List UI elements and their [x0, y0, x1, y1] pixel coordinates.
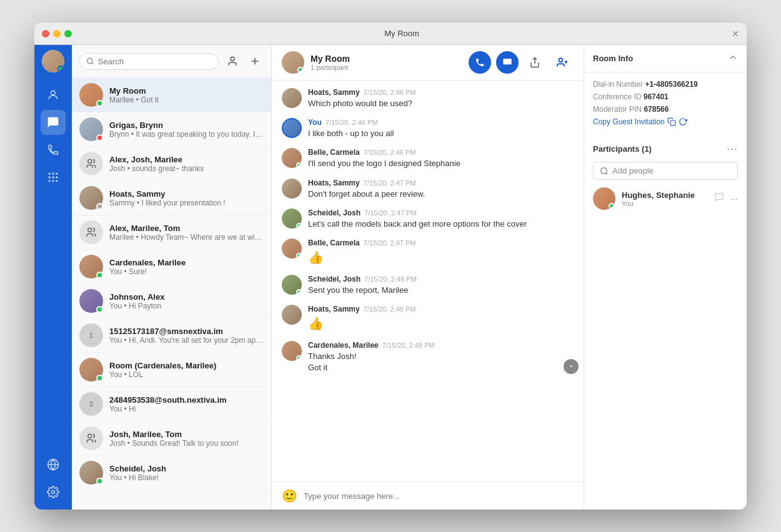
participants-title: Participants (1)	[593, 144, 652, 154]
list-item[interactable]: Scheidel, Josh You • Hi Blake!	[72, 456, 271, 490]
window-close-icon[interactable]: ✕	[732, 29, 739, 39]
list-item[interactable]: Cardenales, Marilee You • Sure!	[72, 250, 271, 284]
contact-name: Room (Cardenales, Marilee)	[109, 361, 264, 370]
user-status-dot	[57, 66, 64, 72]
list-item[interactable]: Grigas, Brynn Brynn • It was great speak…	[72, 112, 271, 147]
list-item[interactable]: Alex, Josh, Marilee Josh • sounds great~…	[72, 147, 271, 181]
message-text: I like both - up to you all	[308, 128, 574, 139]
avatar	[79, 152, 103, 175]
message-text: 👍	[308, 249, 574, 266]
contact-info: Grigas, Brynn Brynn • It was great speak…	[109, 121, 264, 139]
message-row: You 7/15/20, 2:46 PM I like both - up to…	[282, 118, 574, 139]
message-content: Hoats, Sammy 7/15/20, 2:47 PM Don't forg…	[308, 179, 574, 200]
svg-point-7	[49, 180, 51, 182]
message-content: You 7/15/20, 2:46 PM I like both - up to…	[308, 118, 574, 139]
list-item[interactable]: My Room Marilee • Got it	[72, 78, 271, 112]
list-item[interactable]: Johnson, Alex You • Hi Payton	[72, 284, 271, 318]
list-item[interactable]: Room (Cardenales, Marilee) You • LOL	[72, 353, 271, 387]
svg-point-4	[49, 176, 51, 178]
user-avatar[interactable]	[42, 50, 64, 72]
svg-point-0	[51, 91, 56, 95]
avatar	[79, 461, 103, 485]
sidebar-item-chat[interactable]	[41, 110, 66, 135]
message-meta: Belle, Carmela 7/15/20, 2:47 PM	[308, 239, 574, 247]
message-time: 7/15/20, 2:48 PM	[364, 275, 417, 283]
message-status	[296, 253, 302, 259]
chat-actions	[469, 51, 574, 74]
contact-preview: Sammy • I liked your presentation !	[109, 199, 264, 207]
conference-row: Conference ID 967401	[593, 92, 738, 101]
contact-preview: You • Sure!	[109, 267, 264, 276]
svg-point-16	[88, 159, 92, 163]
screen-share-button[interactable]	[496, 51, 519, 74]
contact-info: Alex, Josh, Marilee Josh • sounds great~…	[109, 155, 264, 173]
list-item[interactable]: 2 2484953538@south.nextiva.im You • Hi	[72, 387, 271, 421]
svg-point-18	[88, 434, 92, 438]
share-button[interactable]	[524, 51, 546, 74]
contact-preview: Marilee • Howdy Team~ Where are we at wi…	[109, 233, 264, 242]
maximize-button[interactable]	[64, 30, 72, 37]
sidebar-item-grid[interactable]	[41, 165, 66, 190]
contact-info: Josh, Marilee, Tom Josh • Sounds Great! …	[109, 430, 264, 448]
app-window: My Room ✕	[34, 22, 747, 510]
search-box[interactable]	[79, 53, 219, 70]
traffic-lights	[42, 30, 72, 37]
sidebar-item-contacts[interactable]	[41, 82, 66, 107]
message-row: Cardenales, Marilee 7/15/20, 2:48 PM Tha…	[282, 341, 574, 373]
sidebar-item-settings[interactable]	[41, 480, 66, 505]
list-item[interactable]: Josh, Marilee, Tom Josh • Sounds Great! …	[72, 421, 271, 456]
moderator-value: 678566	[644, 105, 669, 114]
copy-guest-invitation[interactable]: Copy Guest Invitation	[593, 117, 738, 126]
contact-info: 2484953538@south.nextiva.im You • Hi	[109, 395, 264, 413]
close-button[interactable]	[42, 30, 49, 37]
contact-status	[96, 478, 103, 485]
contact-info: Scheidel, Josh You • Hi Blake!	[109, 464, 264, 482]
participants-header: Participants (1) ···	[593, 142, 738, 155]
add-people-box[interactable]: Add people	[593, 162, 738, 180]
collapse-button[interactable]	[728, 52, 738, 64]
message-status	[296, 223, 302, 229]
participant-chat-icon[interactable]	[714, 192, 724, 205]
message-row: Hoats, Sammy 7/15/20, 2:46 PM Which phot…	[282, 88, 574, 109]
contact-name: Scheidel, Josh	[109, 464, 264, 473]
message-text: Which photo would be used?	[308, 98, 574, 109]
list-item[interactable]: 1 15125173187@smsnextiva.im You • Hi, An…	[72, 318, 271, 353]
sidebar-nav	[34, 45, 72, 510]
svg-point-6	[56, 176, 57, 178]
avatar	[79, 220, 103, 244]
contact-name: Johnson, Alex	[109, 292, 264, 302]
participant-more-button[interactable]: ···	[730, 194, 738, 204]
chat-subtitle: 1 participant	[311, 64, 462, 71]
contact-name: 2484953538@south.nextiva.im	[109, 395, 264, 405]
message-text: 👍	[308, 315, 574, 332]
list-item[interactable]: Alex, Marilee, Tom Marilee • Howdy Team~…	[72, 215, 271, 250]
scroll-down-button[interactable]	[564, 359, 579, 374]
avatar	[79, 358, 103, 382]
message-input[interactable]	[304, 491, 574, 501]
sidebar-item-phone[interactable]	[41, 137, 66, 162]
participants-more-button[interactable]: ···	[727, 142, 738, 155]
person-add-icon[interactable]	[224, 52, 241, 70]
chat-area: My Room 1 participant	[272, 45, 584, 510]
contact-name: Grigas, Brynn	[109, 121, 264, 130]
add-participant-button[interactable]	[551, 51, 574, 74]
dial-in-label: Dial-in Number	[593, 80, 643, 89]
minimize-button[interactable]	[53, 30, 61, 37]
chat-title: My Room	[311, 54, 462, 64]
contact-name: Alex, Josh, Marilee	[109, 155, 264, 164]
message-content: Scheidel, Josh 7/15/20, 2:47 PM Let's ca…	[308, 209, 574, 230]
contacts-header	[72, 45, 271, 78]
svg-point-5	[52, 176, 54, 178]
contact-status	[96, 100, 103, 107]
contact-info: Hoats, Sammy Sammy • I liked your presen…	[109, 189, 264, 207]
compose-icon[interactable]	[246, 52, 264, 70]
phone-call-button[interactable]	[469, 51, 491, 74]
emoji-button[interactable]: 🙂	[282, 488, 297, 503]
message-time: 7/15/20, 2:46 PM	[364, 89, 416, 96]
sidebar-item-globe[interactable]	[41, 452, 66, 477]
list-item[interactable]: Hoats, Sammy Sammy • I liked your presen…	[72, 181, 271, 215]
room-info-content: Dial-in Number +1-4805366219 Conference …	[584, 72, 747, 142]
search-input[interactable]	[98, 57, 212, 66]
participants-section: Participants (1) ··· Add people Hughes, …	[584, 142, 747, 217]
svg-point-21	[559, 58, 562, 62]
